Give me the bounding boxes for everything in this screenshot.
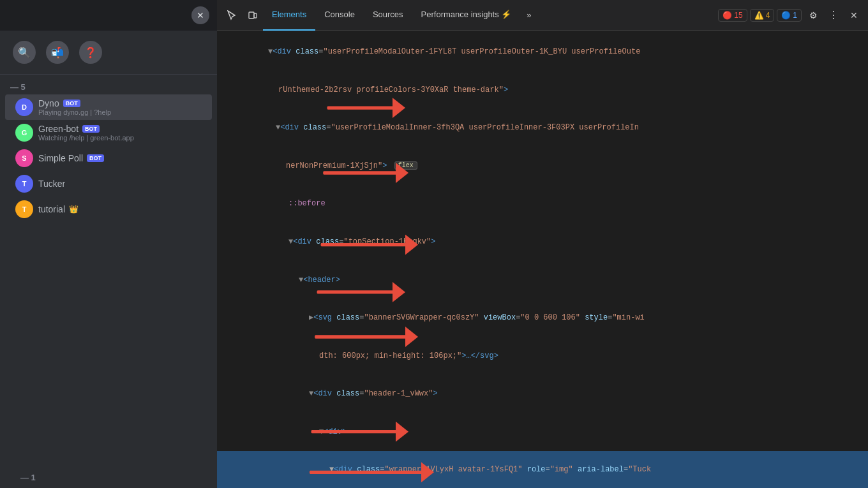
code-line-1b: rUnthemed-2b2rsv profileColors-3Y0XaR th… xyxy=(217,71,868,110)
settings-button[interactable]: ⚙ xyxy=(804,6,822,24)
bot-badge: BOT xyxy=(63,100,80,107)
svg-rect-0 xyxy=(249,12,254,18)
tab-elements[interactable]: Elements xyxy=(263,0,315,31)
info-count-badge[interactable]: 🔵 1 xyxy=(777,9,802,22)
sidebar-item-tutorial[interactable]: T tutorial 👑 xyxy=(5,196,212,222)
sidebar-item-tucker[interactable]: T Tucker xyxy=(5,171,212,196)
code-line-wrapper-avatar[interactable]: ▼<div class="wrapper-1VLyxH avatar-1YsFQ… xyxy=(217,451,868,488)
devtools-close-button[interactable]: ✕ xyxy=(845,6,863,24)
user-name-simplepoll: Simple Poll xyxy=(38,153,83,163)
inspect-element-button[interactable] xyxy=(222,5,243,26)
bottom-number-badge: — 1 xyxy=(10,465,46,485)
warn-count: 4 xyxy=(766,11,770,20)
user-sub-dyno: Playing dyno.gg | ?help xyxy=(38,108,202,116)
error-count: 15 xyxy=(734,11,742,20)
tab-console[interactable]: Console xyxy=(315,0,364,31)
code-line-inner-div[interactable]: ▼<div> xyxy=(217,413,868,452)
search-button[interactable]: 🔍 xyxy=(13,41,36,64)
devtools-panel: Elements Console Sources Performance ins… xyxy=(217,0,868,488)
user-name-tucker: Tucker xyxy=(38,179,65,189)
code-line-2[interactable]: ▼<div class="userProfileModalInner-3fh3Q… xyxy=(217,109,868,147)
sidebar-close-button[interactable]: ✕ xyxy=(191,6,209,24)
avatar: T xyxy=(15,200,33,218)
divider-number-label: — 5 xyxy=(0,75,217,94)
error-icon: 🔴 xyxy=(722,11,732,20)
sidebar-item-greenbot[interactable]: G Green-bot BOT Watching /help | green-b… xyxy=(5,120,212,145)
info-count: 1 xyxy=(793,11,797,20)
user-name-dyno: Dyno xyxy=(38,98,59,108)
code-line-before[interactable]: ::before xyxy=(217,185,868,223)
code-line-topsection[interactable]: ▼<div class="topSection-1Khgkv"> xyxy=(217,223,868,262)
more-tabs-button[interactable]: » xyxy=(520,0,537,31)
avatar: D xyxy=(15,98,33,116)
warn-count-badge[interactable]: ⚠️ 4 xyxy=(750,9,775,22)
code-line-header[interactable]: ▼<header> xyxy=(217,261,868,299)
bot-badge: BOT xyxy=(87,154,104,162)
user-name-greenbot: Green-bot xyxy=(38,124,79,134)
more-options-button[interactable]: ⋮ xyxy=(825,6,842,24)
help-button[interactable]: ❓ xyxy=(79,41,102,64)
devtools-right-actions: 🔴 15 ⚠️ 4 🔵 1 ⚙ ⋮ ✕ xyxy=(718,6,863,24)
device-toolbar-button[interactable] xyxy=(243,5,263,26)
inbox-button[interactable]: 📬 xyxy=(46,41,69,64)
crown-icon: 👑 xyxy=(69,205,79,214)
tab-sources[interactable]: Sources xyxy=(364,0,412,31)
code-line-2b: nerNonPremium-1XjSjn"> flex xyxy=(217,147,868,186)
devtools-code-view[interactable]: ▼<div class="userProfileModalOuter-1FYL8… xyxy=(217,31,868,488)
bot-badge: BOT xyxy=(82,125,100,133)
code-line-1[interactable]: ▼<div class="userProfileModalOuter-1FYL8… xyxy=(217,33,868,71)
svg-rect-1 xyxy=(254,13,257,18)
user-name-tutorial: tutorial xyxy=(38,204,65,214)
code-line-svg-banner-b: dth: 600px; min-height: 106px;">…</svg> xyxy=(217,337,868,376)
sidebar-item-simplepoll[interactable]: S Simple Poll BOT xyxy=(5,145,212,171)
avatar: S xyxy=(15,149,33,167)
warn-icon: ⚠️ xyxy=(754,11,764,20)
sidebar: ✕ 🔍 📬 ❓ — 5 D Dyno BOT Playing dyno.gg |… xyxy=(0,0,217,488)
sidebar-icon-row: 🔍 📬 ❓ xyxy=(0,31,217,75)
code-line-svg-banner[interactable]: ▶<svg class="bannerSVGWrapper-qc0szY" vi… xyxy=(217,299,868,337)
avatar: G xyxy=(15,124,33,142)
code-line-header-vwwx[interactable]: ▼<div class="header-1_vWwx"> xyxy=(217,375,868,413)
devtools-main: Elements Console Sources Performance ins… xyxy=(217,0,868,488)
tab-performance[interactable]: Performance insights ⚡ xyxy=(412,0,521,31)
user-sub-greenbot: Watching /help | green-bot.app xyxy=(38,134,202,142)
info-icon: 🔵 xyxy=(781,11,791,20)
error-count-badge[interactable]: 🔴 15 xyxy=(718,9,747,22)
sidebar-item-dyno[interactable]: D Dyno BOT Playing dyno.gg | ?help xyxy=(5,94,212,120)
avatar: T xyxy=(15,175,33,193)
devtools-toolbar: Elements Console Sources Performance ins… xyxy=(217,0,868,31)
sidebar-top-bar: ✕ xyxy=(0,0,217,31)
